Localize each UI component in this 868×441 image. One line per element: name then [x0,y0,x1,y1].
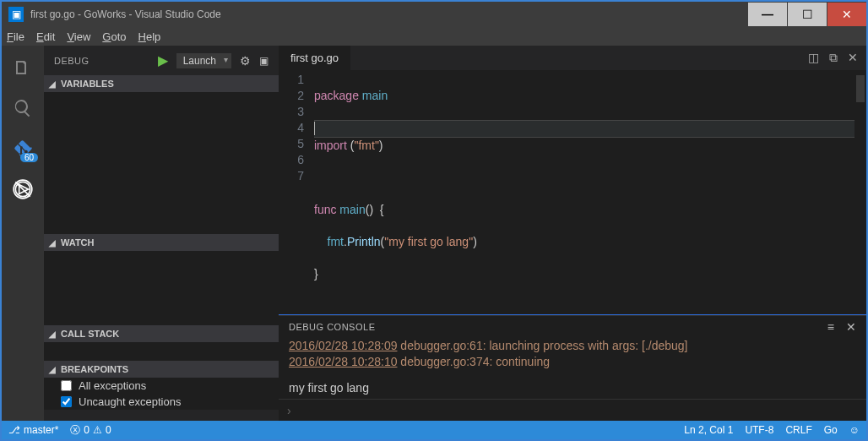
split-editor-icon[interactable]: ◫ [808,51,819,65]
more-editor-icon[interactable]: ⧉ [829,51,838,65]
section-watch[interactable]: ◢WATCH [44,234,279,251]
language-status[interactable]: Go [824,424,838,436]
feedback-icon[interactable]: ☺ [849,424,860,436]
explorer-icon[interactable] [11,56,35,79]
start-debug-button[interactable]: ▶ [158,52,168,68]
breakpoint-uncaught-exceptions[interactable]: Uncaught exceptions [44,394,279,410]
code-content[interactable]: package main import ("fmt") func main() … [314,72,866,314]
section-callstack[interactable]: ◢CALL STACK [44,325,279,342]
menu-bar: File Edit View Goto Help [2,27,866,46]
configure-icon[interactable]: ⚙ [240,54,251,68]
app-icon: ▣ [8,7,24,22]
cursor-position[interactable]: Ln 2, Col 1 [684,424,733,436]
activity-bar: 60 [2,46,44,421]
debug-console-panel: DEBUG CONSOLE ≡ ✕ 2016/02/28 10:28:09 de… [279,315,866,421]
console-output[interactable]: 2016/02/28 10:28:09 debugger.go:61: laun… [279,338,866,399]
panel-title: DEBUG CONSOLE [289,322,375,332]
errors-status[interactable]: ⓧ 0 ⚠ 0 [70,423,111,438]
title-bar: ▣ first go.go - GoWorks - Visual Studio … [2,2,866,27]
editor-tab-firstgo[interactable]: first go.go [279,46,350,70]
menu-help[interactable]: Help [138,30,161,43]
close-editor-icon[interactable]: ✕ [848,51,858,65]
section-breakpoints[interactable]: ◢BREAKPOINTS [44,361,279,378]
menu-goto[interactable]: Goto [102,30,126,43]
encoding-status[interactable]: UTF-8 [745,424,773,436]
debug-sidebar: DEBUG ▶ Launch ⚙ ▣ ◢VARIABLES ◢WATCH ◢CA… [44,46,279,421]
minimize-button[interactable]: — [748,3,787,26]
launch-config-select[interactable]: Launch [176,53,231,68]
debug-icon[interactable] [11,177,35,201]
menu-file[interactable]: File [7,30,24,43]
git-badge: 60 [20,153,38,162]
code-editor[interactable]: 1234567 package main import ("fmt") func… [279,70,866,315]
menu-view[interactable]: View [67,30,90,43]
line-gutter: 1234567 [279,72,314,314]
maximize-button[interactable]: ☐ [788,3,827,26]
debug-header: DEBUG ▶ Launch ⚙ ▣ [44,46,279,75]
console-input[interactable]: › [279,399,866,421]
search-icon[interactable] [11,96,35,120]
editor-tab-bar: first go.go ◫ ⧉ ✕ [279,46,866,70]
debug-title: DEBUG [54,56,90,66]
status-bar: ⎇ master* ⓧ 0 ⚠ 0 Ln 2, Col 1 UTF-8 CRLF… [2,421,866,439]
git-branch-status[interactable]: ⎇ master* [8,424,58,436]
menu-edit[interactable]: Edit [36,30,55,43]
close-button[interactable]: ✕ [827,3,866,26]
eol-status[interactable]: CRLF [785,424,811,436]
section-variables[interactable]: ◢VARIABLES [44,75,279,92]
clear-console-icon[interactable]: ≡ [827,320,834,334]
breakpoint-all-exceptions[interactable]: All exceptions [44,378,279,394]
open-console-icon[interactable]: ▣ [259,55,269,67]
window-title: first go.go - GoWorks - Visual Studio Co… [30,8,747,20]
minimap[interactable] [854,70,866,314]
git-icon[interactable]: 60 [11,137,35,161]
close-panel-icon[interactable]: ✕ [846,320,856,334]
